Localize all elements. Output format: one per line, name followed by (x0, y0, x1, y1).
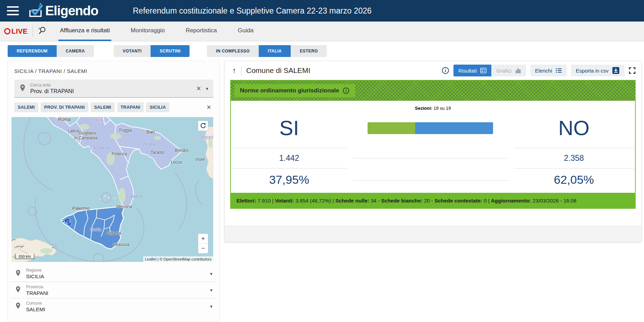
map-scale: 100 km (15, 254, 34, 259)
si-label: SI (232, 113, 347, 143)
tab-affluenza-e-risultati[interactable]: Affluenza e risultati (58, 22, 111, 41)
data-type-group: VOTANTI SCRUTINI (114, 45, 190, 57)
grafici-button[interactable]: Grafici (491, 65, 526, 76)
sezioni-label: Sezioni: (415, 106, 432, 111)
map-attribution[interactable]: Leaflet | © OpenStreetMap contributors (143, 256, 213, 262)
search-ente-label: Cerca ente (30, 83, 196, 88)
select-label: Regione (26, 268, 205, 273)
event-title: Referendum costituzionale e Suppletive C… (133, 0, 372, 22)
clear-search-icon[interactable]: × (196, 85, 201, 92)
bar-chart-icon (515, 68, 521, 73)
estero-button[interactable]: ESTERO (291, 45, 327, 57)
scrutini-button[interactable]: SCRUTINI (151, 45, 190, 57)
comune-select[interactable]: Comune SALEMI ▾ (11, 298, 216, 314)
si-percent: 37,95% (232, 168, 347, 193)
tab-label: Monitoraggio (131, 27, 165, 34)
italia-button[interactable]: ITALIA (259, 45, 291, 57)
votanti-button[interactable]: VOTANTI (114, 45, 151, 57)
elenchi-button[interactable]: Elenchi (530, 65, 567, 76)
esporta-csv-button[interactable]: Esporta in csv (571, 65, 625, 76)
chip-prov-di-trapani[interactable]: PROV. DI TRAPANI (41, 102, 88, 112)
button-label: Elenchi (535, 68, 552, 74)
live-badge[interactable]: LIVE (0, 22, 32, 41)
tab-monitoraggio[interactable]: Monitoraggio (129, 22, 166, 41)
place-pin-icon (19, 84, 26, 93)
camera-button[interactable]: CAMERA (57, 45, 94, 57)
selection-chips: SALEMI PROV. DI TRAPANI SALEMI TRAPANI S… (14, 102, 213, 112)
zoom-in-button[interactable]: + (198, 234, 208, 243)
footer-stat-label: Schede nulle: (335, 198, 369, 204)
regione-select[interactable]: Regione SICILIA ▾ (11, 265, 216, 282)
info-icon[interactable] (343, 87, 349, 94)
question-title: Norme ordinamento giurisdizionale (240, 87, 339, 94)
election-type-group: REFERENDUM CAMERA (8, 45, 94, 57)
ballot-box-icon (27, 2, 44, 20)
eligendo-logo[interactable]: Eligendo (27, 2, 98, 20)
no-percent: 62,05% (514, 168, 634, 193)
provincia-select[interactable]: Provincia TRAPANI ▾ (11, 282, 216, 298)
info-icon[interactable] (442, 67, 449, 74)
clear-chips-icon[interactable]: × (207, 104, 211, 111)
button-label: Esporta in csv (576, 68, 609, 74)
results-footer: Elettori: 7.910 | Votanti: 3.854 (48,72%… (231, 193, 635, 208)
sezioni-line: Sezioni: 19 su 19 (231, 106, 635, 111)
select-label: Provincia (26, 284, 205, 289)
chip-sicilia[interactable]: SICILIA (146, 102, 169, 112)
risultati-button[interactable]: Risultati (453, 65, 491, 76)
footer-stat-value: 3.854 (48,72%) (294, 198, 331, 204)
zoom-out-button[interactable]: − (198, 243, 208, 253)
search-ente-value: Prov. di TRAPANI (30, 88, 196, 94)
nav-tabs: Affluenza e risultati Monitoraggio Repor… (58, 22, 255, 41)
chevron-down-icon[interactable]: ▾ (210, 271, 212, 276)
select-value: SALEMI (26, 306, 205, 312)
up-arrow-icon[interactable]: ↑ (230, 66, 238, 75)
chip-salemi-2[interactable]: SALEMI (91, 102, 115, 112)
bar-no (415, 122, 493, 134)
tab-guida[interactable]: Guida (236, 22, 255, 41)
footer-stat-label: Schede bianche: (381, 198, 422, 204)
search-button[interactable]: × (33, 22, 52, 41)
panel-title: Comune di SALEMI (246, 66, 310, 75)
in-complesso-button[interactable]: IN COMPLESSO (207, 45, 259, 57)
refresh-icon (200, 123, 206, 129)
referendum-button[interactable]: REFERENDUM (8, 45, 57, 57)
download-icon (612, 67, 620, 74)
menu-icon[interactable] (7, 6, 19, 15)
logo-text: Eligendo (45, 3, 98, 18)
footer-stat-value: 34 (369, 198, 377, 204)
results-panel-header: ↑ Comune di SALEMI Risultati Grafici (225, 61, 641, 80)
bar-si (368, 122, 415, 134)
percent-row: 37,95% 62,05% (231, 168, 635, 193)
filter-row: REFERENDUM CAMERA VOTANTI SCRUTINI IN CO… (0, 45, 327, 57)
footer-stat-value: 0 (482, 198, 487, 204)
footer-separator: | (331, 198, 335, 204)
chip-trapani[interactable]: TRAPANI (117, 102, 144, 112)
select-value: SICILIA (26, 273, 205, 279)
main-nav: LIVE × Affluenza e risultati Monitoraggi… (0, 22, 644, 41)
tab-label: Reportistica (186, 27, 217, 34)
tab-label: Affluenza e risultati (60, 27, 110, 34)
results-panel: ↑ Comune di SALEMI Risultati Grafici (224, 61, 642, 242)
footer-separator: | (271, 198, 275, 204)
svg-text:×: × (38, 27, 40, 31)
footer-stat-value: 7.910 (256, 198, 271, 204)
search-ente-field[interactable]: Cerca ente Prov. di TRAPANI × ▾ (14, 80, 213, 98)
place-pin-icon (15, 269, 21, 278)
tab-label: Guida (238, 27, 253, 34)
map-refresh-button[interactable] (198, 121, 208, 131)
no-votes: 2.358 (514, 148, 634, 168)
chevron-down-icon[interactable]: ▾ (210, 287, 212, 293)
referendum-card: Norme ordinamento giurisdizionale Sezion… (230, 80, 636, 209)
question-title-chip: Norme ordinamento giurisdizionale (234, 84, 355, 97)
chevron-down-icon[interactable]: ▾ (210, 304, 212, 309)
fullscreen-icon[interactable] (629, 67, 636, 74)
chevron-down-icon[interactable]: ▾ (206, 86, 208, 91)
leaflet-map[interactable]: RomaItaliaLatinaGiuglianoin CampaniaFogg… (11, 117, 213, 262)
territory-group: IN COMPLESSO ITALIA ESTERO (207, 45, 327, 57)
chip-salemi[interactable]: SALEMI (14, 102, 38, 112)
list-icon (556, 68, 562, 73)
live-label: LIVE (11, 27, 27, 35)
tab-reportistica[interactable]: Reportistica (184, 22, 218, 41)
question-header: Norme ordinamento giurisdizionale (231, 81, 635, 101)
footer-separator: | (487, 198, 491, 204)
